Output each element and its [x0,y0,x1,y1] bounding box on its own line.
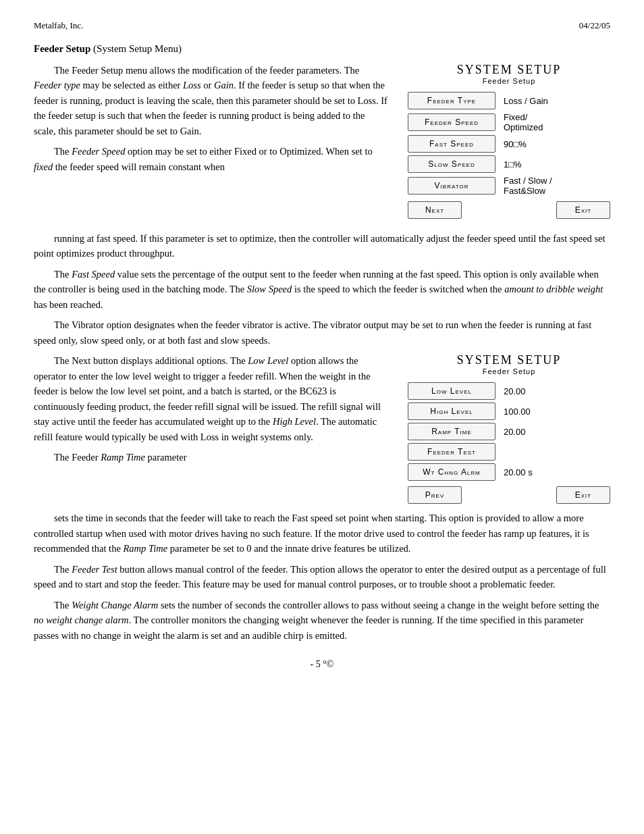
prev-button[interactable]: Prev [408,486,462,504]
feeder-type-value: Loss / Gain [504,96,548,106]
panel2-row-feeder-test: Feeder Test [408,443,610,461]
feeder-test-button[interactable]: Feeder Test [408,443,495,461]
section-title: Feeder Setup (System Setup Menu) [34,43,610,55]
feeder-test-para: The Feeder Test button allows manual con… [34,562,610,592]
panel2-row-low-level: Low Level 20.00 [408,382,610,400]
panel1-subtitle: Feeder Setup [408,77,610,85]
fast-speed-value: 90□% [504,139,527,149]
feeder-type-button[interactable]: Feeder Type [408,92,495,109]
fast-speed-button[interactable]: Fast Speed [408,135,495,153]
wt-chng-alrm-button[interactable]: Wt Chng Alrm [408,463,495,481]
low-level-value: 20.00 [504,386,526,396]
panel1-title: System Setup [408,63,610,77]
second-content-block: The Next button displays additional opti… [34,353,610,504]
footer-text: - 5 °© [311,659,334,669]
panel2-row-ramp-time: Ramp Time 20.00 [408,423,610,440]
continuation-para3: The Vibrator option designates when the … [34,317,610,348]
second-para2: The Feeder Ramp Time parameter [34,450,387,465]
panel1-row-fast-speed: Fast Speed 90□% [408,135,610,153]
panel1-row-vibrator: Vibrator Fast / Slow /Fast&Slow [408,176,610,196]
vibrator-button[interactable]: Vibrator [408,177,495,194]
panel2: System Setup Feeder Setup Low Level 20.0… [408,353,610,504]
ramp-time-cont: sets the time in seconds that the feeder… [34,511,610,556]
panel1: System Setup Feeder Setup Feeder Type Lo… [408,63,610,219]
panel2-rows: Low Level 20.00 High Level 100.00 Ramp T… [408,382,610,481]
continuation-para2: The Fast Speed value sets the percentage… [34,267,610,312]
panel1-row-feeder-speed: Feeder Speed Fixed/Optimized [408,112,610,132]
exit-button-2[interactable]: Exit [556,486,610,504]
continuation-para1: running at fast speed. If this parameter… [34,231,610,261]
panel1-row-slow-speed: Slow Speed 1□% [408,155,610,173]
high-level-value: 100.00 [504,407,531,417]
section-title-paren: (System Setup Menu) [93,43,182,54]
page-header: Metalfab, Inc. 04/22/05 [34,20,610,31]
panel1-rows: Feeder Type Loss / Gain Feeder Speed Fix… [408,92,610,196]
intro-text-col: The Feeder Setup menu allows the modific… [34,63,387,219]
second-text-col: The Next button displays additional opti… [34,353,387,504]
feeder-speed-button[interactable]: Feeder Speed [408,113,495,131]
high-level-button[interactable]: High Level [408,402,495,420]
panel2-row-high-level: High Level 100.00 [408,402,610,420]
low-level-button[interactable]: Low Level [408,382,495,400]
feeder-speed-value: Fixed/Optimized [504,112,543,132]
company-name: Metalfab, Inc. [34,20,83,31]
panel2-bottom: Prev Exit [408,486,610,504]
panel2-subtitle: Feeder Setup [408,367,610,375]
page-date: 04/22/05 [579,20,610,31]
second-para1: The Next button displays additional opti… [34,353,387,444]
feeder-setup-title: Feeder Setup [34,43,90,54]
intro-para2: The Feeder Speed option may be set to ei… [34,144,387,174]
panel1-row-feeder-type: Feeder Type Loss / Gain [408,92,610,109]
slow-speed-button[interactable]: Slow Speed [408,155,495,173]
wt-chng-alrm-value: 20.00 s [504,467,533,477]
panel1-bottom: Next Exit [408,201,610,219]
ramp-time-button[interactable]: Ramp Time [408,423,495,440]
page-footer: - 5 °© [34,659,610,670]
next-button[interactable]: Next [408,201,462,219]
ramp-time-value: 20.00 [504,427,526,437]
first-content-block: The Feeder Setup menu allows the modific… [34,63,610,219]
weight-change-alarm-para: The Weight Change Alarm sets the number … [34,598,610,643]
intro-para1: The Feeder Setup menu allows the modific… [34,63,387,138]
panel2-title: System Setup [408,353,610,367]
panel2-row-wt-chng-alrm: Wt Chng Alrm 20.00 s [408,463,610,481]
vibrator-value: Fast / Slow /Fast&Slow [504,176,552,196]
exit-button-1[interactable]: Exit [556,201,610,219]
slow-speed-value: 1□% [504,159,522,170]
